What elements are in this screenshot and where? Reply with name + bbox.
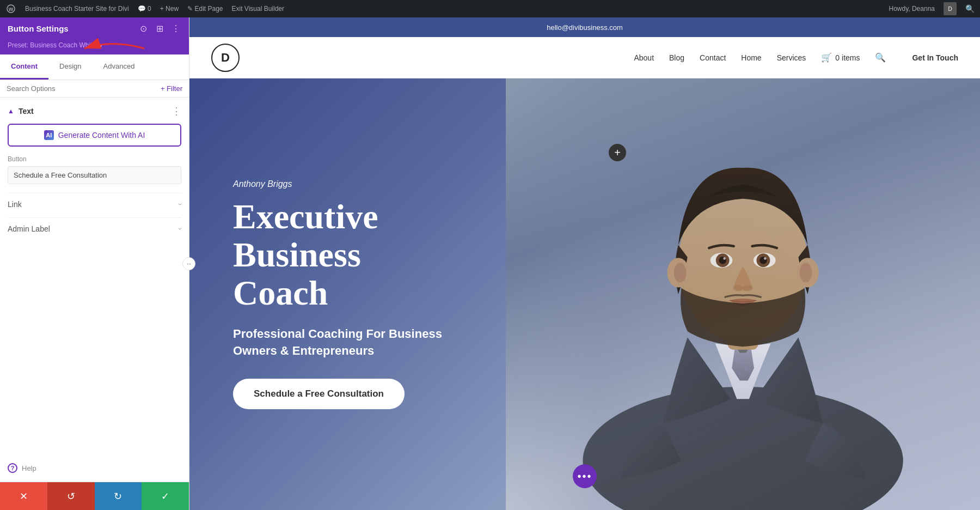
tab-content[interactable]: Content <box>0 54 48 80</box>
admin-site-name[interactable]: Business Coach Starter Site for Divi <box>25 5 129 13</box>
bottom-bar: ✕ ↺ ↻ ✓ <box>0 482 189 510</box>
svg-point-21 <box>742 363 744 366</box>
admin-label-section-header[interactable]: Admin Label › <box>8 224 181 233</box>
svg-point-3 <box>583 387 903 510</box>
button-field-label: Button <box>8 155 181 163</box>
admin-label-chevron-icon[interactable]: › <box>176 228 184 230</box>
link-section: Link › <box>8 193 181 209</box>
panel-title: Button Settings <box>8 24 69 33</box>
cart-count: 0 items <box>835 53 860 62</box>
admin-new-btn[interactable]: + New <box>160 5 179 13</box>
button-section: Button <box>8 155 181 184</box>
ai-generate-button[interactable]: AI Generate Content With AI <box>8 124 181 147</box>
website-preview: hello@divibusiness.com D About Blog Cont… <box>189 17 980 510</box>
hero-author: Anthony Briggs <box>233 179 473 189</box>
text-section-chevron-icon[interactable]: ▲ <box>8 107 14 115</box>
get-in-touch-link[interactable]: Get In Touch <box>912 53 958 62</box>
preset-chevron-icon[interactable]: ▼ <box>98 42 103 48</box>
tab-design[interactable]: Design <box>48 54 92 80</box>
cart-area[interactable]: 🛒 0 items <box>821 52 860 63</box>
undo-button[interactable]: ↺ <box>47 482 95 510</box>
wp-logo-icon[interactable]: W <box>5 3 16 14</box>
hero-cta-button[interactable]: Schedule a Free Consultation <box>233 379 405 409</box>
cancel-button[interactable]: ✕ <box>0 482 47 510</box>
site-nav: About Blog Contact Home Services 🛒 0 ite… <box>634 52 958 63</box>
tab-advanced[interactable]: Advanced <box>93 54 146 80</box>
admin-howdy: Howdy, Deanna <box>889 5 935 13</box>
svg-point-22 <box>745 368 748 371</box>
panel-preset-bar: Preset: Business Coach White ▼ <box>0 39 189 54</box>
text-section-title: ▲ Text <box>8 107 34 116</box>
purple-menu-button[interactable]: ••• <box>573 464 597 488</box>
button-text-input[interactable] <box>8 166 181 184</box>
hero-content: Anthony Briggs Executive Business Coach … <box>189 147 516 442</box>
svg-point-17 <box>674 263 687 282</box>
add-element-button[interactable]: + <box>609 144 626 161</box>
admin-avatar[interactable]: D <box>944 2 957 15</box>
hero-subtitle: Professional Coaching For Business Owner… <box>233 326 473 360</box>
columns-icon[interactable]: ⊞ <box>154 23 165 34</box>
svg-point-19 <box>799 263 812 282</box>
wp-admin-bar: W Business Coach Starter Site for Divi 💬… <box>0 0 980 17</box>
hero-section: + Anthony Briggs Executive Business Coac… <box>189 78 980 510</box>
admin-exit-builder[interactable]: Exit Visual Builder <box>232 5 285 13</box>
resize-handle[interactable]: ↔ <box>182 257 195 270</box>
hero-portrait-bg <box>506 78 980 510</box>
admin-edit-page[interactable]: ✎ Edit Page <box>187 5 223 13</box>
admin-label-section-title: Admin Label <box>8 224 50 233</box>
hero-title: Executive Business Coach <box>233 198 473 313</box>
link-section-header[interactable]: Link › <box>8 200 181 209</box>
link-section-chevron-icon[interactable]: › <box>176 203 184 205</box>
svg-point-13 <box>764 257 767 260</box>
panel-header-icons: ⊙ ⊞ ⋮ <box>138 23 181 34</box>
nav-contact[interactable]: Contact <box>700 53 726 62</box>
settings-icon[interactable]: ⊙ <box>138 23 149 34</box>
save-button[interactable]: ✓ <box>142 482 189 510</box>
site-email-link[interactable]: hello@divibusiness.com <box>547 23 623 32</box>
svg-point-14 <box>733 285 743 291</box>
text-section-header: ▲ Text ⋮ <box>8 105 181 117</box>
panel-header: Button Settings ⊙ ⊞ ⋮ <box>0 17 189 39</box>
cart-icon: 🛒 <box>821 52 832 63</box>
help-icon: ? <box>8 463 17 473</box>
text-section-more-icon[interactable]: ⋮ <box>171 105 181 117</box>
svg-point-23 <box>738 373 741 375</box>
nav-about[interactable]: About <box>634 53 654 62</box>
help-section[interactable]: ? Help <box>0 454 189 482</box>
left-panel: Button Settings ⊙ ⊞ ⋮ Preset: Business C… <box>0 17 189 510</box>
nav-services[interactable]: Services <box>777 53 806 62</box>
nav-blog[interactable]: Blog <box>669 53 684 62</box>
redo-button[interactable]: ↻ <box>95 482 142 510</box>
site-logo: D <box>211 44 240 72</box>
site-header: D About Blog Contact Home Services 🛒 0 i… <box>189 37 980 78</box>
panel-content: ▲ Text ⋮ AI Generate Content With AI But… <box>0 98 189 454</box>
admin-search-icon[interactable]: 🔍 <box>965 4 975 13</box>
main-layout: Button Settings ⊙ ⊞ ⋮ Preset: Business C… <box>0 17 980 510</box>
help-label: Help <box>22 464 36 472</box>
nav-home[interactable]: Home <box>741 53 761 62</box>
filter-button[interactable]: + Filter <box>161 84 182 93</box>
search-nav-icon[interactable]: 🔍 <box>875 52 886 63</box>
svg-point-15 <box>743 285 752 291</box>
admin-label-section: Admin Label › <box>8 217 181 233</box>
search-bar: + Filter <box>0 80 189 98</box>
ai-icon: AI <box>44 130 54 140</box>
more-options-icon[interactable]: ⋮ <box>170 23 181 34</box>
preset-label: Preset: Business Coach White <box>8 41 96 49</box>
site-top-bar: hello@divibusiness.com <box>189 17 980 37</box>
svg-point-9 <box>723 257 726 260</box>
svg-point-20 <box>738 358 741 361</box>
tab-bar: Content Design Advanced <box>0 54 189 80</box>
admin-comments[interactable]: 💬 0 <box>138 5 151 13</box>
link-section-title: Link <box>8 200 22 209</box>
search-input[interactable] <box>7 84 156 93</box>
svg-text:W: W <box>9 7 14 12</box>
